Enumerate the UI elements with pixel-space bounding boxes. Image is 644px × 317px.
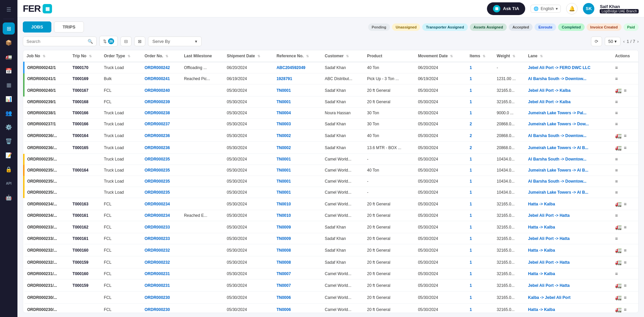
cell-order-no[interactable]: ORDR000232: [142, 256, 181, 268]
language-selector[interactable]: 🌐 English ▾: [531, 5, 561, 13]
truck-icon[interactable]: 🚛: [615, 294, 622, 301]
cell-order-no[interactable]: ORDR000242: [142, 62, 181, 73]
row-menu-icon[interactable]: ≡: [615, 190, 618, 195]
status-pending[interactable]: Pending: [368, 23, 390, 31]
truck-icon[interactable]: 🚛: [615, 87, 622, 93]
cell-ref-no[interactable]: TN0001: [274, 165, 322, 176]
cell-ref-no[interactable]: TN0006: [274, 304, 322, 313]
cell-ref-no[interactable]: TN0008: [274, 244, 322, 256]
cell-ref-no[interactable]: TN0002: [274, 130, 322, 142]
cell-ref-no[interactable]: TN0008: [274, 256, 322, 268]
cell-order-no[interactable]: ORDR000233: [142, 233, 181, 244]
cell-lane[interactable]: Jebel Ali Port -> Kalba: [525, 84, 612, 97]
cell-ref-no[interactable]: TN0009: [274, 221, 322, 233]
cell-order-no[interactable]: ORDR000235: [142, 176, 181, 187]
cell-ref-no[interactable]: TN0001: [274, 154, 322, 165]
cell-ref-no[interactable]: TN0009: [274, 233, 322, 244]
sidebar-packages-icon[interactable]: 📦: [3, 37, 15, 49]
prev-page-icon[interactable]: ‹: [623, 39, 625, 44]
sidebar-users-icon[interactable]: 👥: [3, 107, 15, 119]
status-completed[interactable]: Completed: [558, 23, 585, 31]
cell-order-no[interactable]: ORDR000231: [142, 268, 181, 279]
cell-lane[interactable]: Hatta -> Kalba: [525, 268, 612, 279]
cell-ref-no[interactable]: TN0002: [274, 142, 322, 154]
cell-lane[interactable]: Jebel Ali Port -> Hatta: [525, 233, 612, 244]
cell-ref-no[interactable]: TN0007: [274, 268, 322, 279]
filter-button[interactable]: ⊟: [120, 37, 132, 46]
tab-jobs[interactable]: JOBS: [23, 21, 51, 33]
search-box[interactable]: 🔍: [23, 37, 97, 46]
cell-lane[interactable]: Jumeirah Lake Towers -> Al B...: [525, 187, 612, 198]
cell-lane[interactable]: Al Barsha South -> Downtow...: [525, 176, 612, 187]
cell-order-no[interactable]: ORDR000235: [142, 154, 181, 165]
sidebar-calendar-icon[interactable]: 📅: [3, 65, 15, 77]
row-menu-icon[interactable]: ≡: [624, 145, 627, 150]
cell-lane[interactable]: Al Barsha South -> Downtow...: [525, 130, 612, 142]
cell-order-no[interactable]: ORDR000233: [142, 221, 181, 233]
per-page-select[interactable]: 50 ▾: [605, 37, 621, 46]
cell-ref-no[interactable]: TN0004: [274, 108, 322, 119]
cell-ref-no[interactable]: TN0001: [274, 84, 322, 97]
cell-lane[interactable]: Jebel Ali Port -> Hatta: [525, 279, 612, 292]
status-invoice-created[interactable]: Invoice Created: [587, 23, 622, 31]
cell-order-no[interactable]: ORDR000232: [142, 244, 181, 256]
cell-lane[interactable]: Al Barsha South -> Downtow...: [525, 154, 612, 165]
row-menu-icon[interactable]: ≡: [615, 76, 618, 81]
sidebar-api-icon[interactable]: API: [3, 177, 15, 189]
cell-lane[interactable]: Jebel Ali Port -> Hatta: [525, 256, 612, 268]
cell-lane[interactable]: Hatta -> Kalba: [525, 244, 612, 256]
cell-ref-no[interactable]: TN0007: [274, 279, 322, 292]
cell-ref-no[interactable]: TN0006: [274, 292, 322, 304]
cell-lane[interactable]: Jebel Ali Port -> Kalba: [525, 97, 612, 108]
row-menu-icon[interactable]: ≡: [615, 213, 618, 218]
tab-trips[interactable]: TRIPS: [54, 21, 84, 33]
cell-ref-no[interactable]: TN0001: [274, 176, 322, 187]
truck-icon[interactable]: 🚛: [615, 282, 622, 289]
row-menu-icon[interactable]: ≡: [624, 283, 627, 288]
cell-order-no[interactable]: ORDR000238: [142, 108, 181, 119]
row-menu-icon[interactable]: ≡: [615, 271, 618, 276]
truck-icon[interactable]: 🚛: [615, 306, 622, 313]
cell-order-no[interactable]: ORDR000234: [142, 198, 181, 210]
row-menu-icon[interactable]: ≡: [615, 110, 618, 116]
sidebar-table-icon[interactable]: ▦: [3, 79, 15, 91]
sidebar-lock-icon[interactable]: 🔒: [3, 163, 15, 175]
cell-lane[interactable]: Hatta -> Kalba: [525, 304, 612, 313]
sidebar-docs-icon[interactable]: 📝: [3, 149, 15, 161]
cell-lane[interactable]: Jebel Ali Port -> Hatta: [525, 210, 612, 221]
truck-icon[interactable]: 🚛: [615, 224, 622, 230]
cell-ref-no[interactable]: TN0010: [274, 198, 322, 210]
row-menu-icon[interactable]: ≡: [615, 156, 618, 162]
cell-lane[interactable]: Jumeirah Lake Towers -> Al B...: [525, 165, 612, 176]
sidebar-truck-icon[interactable]: 🚛: [3, 51, 15, 63]
sidebar-dashboard-icon[interactable]: ⊞: [3, 22, 15, 35]
status-accepted[interactable]: Accepted: [509, 23, 533, 31]
row-menu-icon[interactable]: ≡: [615, 121, 618, 127]
cell-order-no[interactable]: ORDR000231: [142, 279, 181, 292]
status-assets-assigned[interactable]: Assets Assigned: [470, 23, 507, 31]
row-menu-icon[interactable]: ≡: [624, 295, 627, 300]
avatar[interactable]: SK: [583, 3, 594, 14]
cell-lane[interactable]: Kalba -> Jebel Ali Port: [525, 292, 612, 304]
row-menu-icon[interactable]: ≡: [615, 65, 618, 70]
truck-icon[interactable]: 🚛: [615, 259, 622, 265]
cell-lane[interactable]: Jumeirah Lake Towers -> Al B...: [525, 142, 612, 154]
row-menu-icon[interactable]: ≡: [624, 201, 627, 207]
cell-ref-no[interactable]: TN0003: [274, 119, 322, 130]
serve-by-select[interactable]: Serve By ▾: [148, 37, 202, 46]
cell-lane[interactable]: Jumeirah Lake Towers -> Dow...: [525, 119, 612, 130]
row-menu-icon[interactable]: ≡: [615, 168, 618, 173]
sidebar-settings-icon[interactable]: ⚙️: [3, 121, 15, 133]
ask-tia-button[interactable]: ▦ Ask TiA: [487, 2, 525, 15]
cell-order-no[interactable]: ORDR000236: [142, 142, 181, 154]
cell-lane[interactable]: Hatta -> Kalba: [525, 198, 612, 210]
cell-order-no[interactable]: ORDR000235: [142, 187, 181, 198]
search-input[interactable]: [27, 39, 86, 44]
cell-order-no[interactable]: ORDR000241: [142, 73, 181, 84]
cell-lane[interactable]: Al Barsha South -> Downtow...: [525, 73, 612, 84]
cell-lane[interactable]: Jebel Ali Port -> FERO DWC LLC: [525, 62, 612, 73]
cell-ref-no[interactable]: 1928791: [274, 73, 322, 84]
sort-button[interactable]: ⇅ 26: [99, 36, 118, 47]
cell-lane[interactable]: Hatta -> Kalba: [525, 221, 612, 233]
cell-order-no[interactable]: ORDR000235: [142, 165, 181, 176]
